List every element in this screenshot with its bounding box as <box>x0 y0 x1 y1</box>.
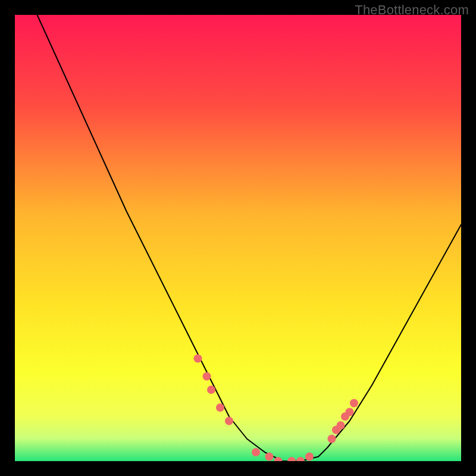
bottleneck-chart <box>15 15 461 461</box>
data-marker <box>225 417 233 425</box>
data-marker <box>265 453 274 461</box>
chart-container: TheBottleneck.com <box>0 0 476 476</box>
data-marker <box>305 453 314 461</box>
data-marker <box>252 448 260 456</box>
data-marker <box>207 386 215 394</box>
data-marker <box>328 435 336 443</box>
data-marker <box>203 372 211 381</box>
gradient-background <box>15 15 461 461</box>
data-marker <box>216 403 224 412</box>
data-marker <box>350 399 358 408</box>
data-marker <box>337 421 345 430</box>
data-marker <box>346 408 354 416</box>
plot-area <box>15 15 461 461</box>
data-marker <box>194 355 202 363</box>
